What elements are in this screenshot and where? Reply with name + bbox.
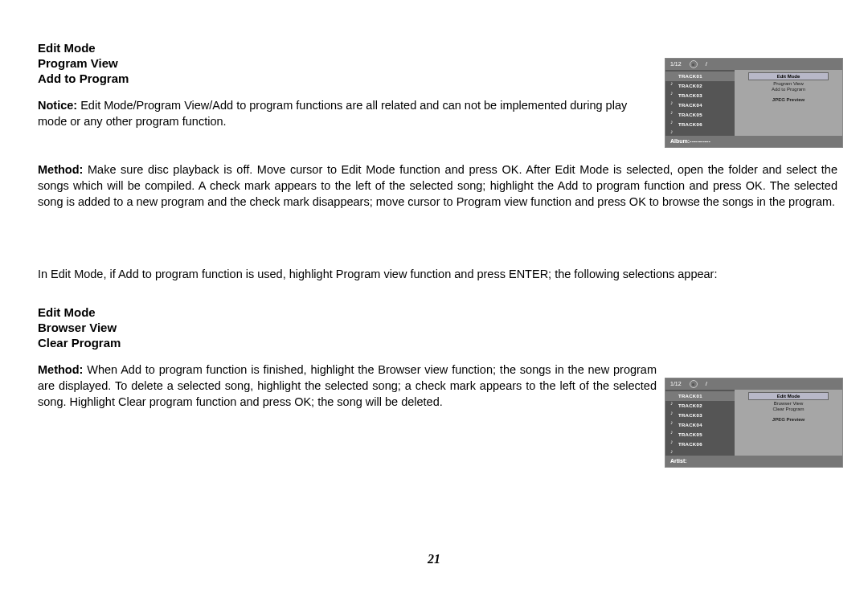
- figure2-footer: Artist:: [665, 456, 842, 467]
- method1-label: Method:: [38, 163, 83, 176]
- music-note-icon: [670, 112, 676, 118]
- figure1-footer: Album:-----------: [665, 136, 842, 147]
- menu-program-view: Program View: [773, 81, 804, 86]
- music-note-icon: [670, 84, 676, 89]
- notice-text: Edit Mode/Program View/Add to program fu…: [38, 99, 627, 128]
- list-item: TRACK06: [665, 120, 735, 129]
- heading-clear-program: Clear Program: [38, 335, 837, 350]
- menu-browser-view: Browser View: [774, 401, 804, 406]
- figure1-track-list: TRACK01 TRACK02 TRACK03 TRACK04 TRACK05 …: [665, 70, 735, 136]
- slash-icon: /: [706, 59, 707, 70]
- music-note-icon: [670, 394, 676, 399]
- list-item: TRACK02: [665, 401, 735, 411]
- method1-text: Make sure disc playback is off. Move cur…: [38, 163, 837, 208]
- music-note-icon: [670, 432, 676, 438]
- music-note-icon: [670, 93, 676, 99]
- menu-clear-program: Clear Program: [772, 407, 804, 411]
- music-note-icon: [670, 403, 676, 409]
- list-item: TRACK02: [665, 81, 735, 91]
- list-item: TRACK04: [665, 100, 735, 110]
- music-note-icon: [670, 413, 676, 419]
- menu-edit-mode: Edit Mode: [748, 392, 829, 400]
- list-item: TRACK01: [665, 72, 735, 81]
- figure1-menu: Edit Mode Program View Add to Program JP…: [735, 70, 842, 136]
- music-note-icon: [670, 122, 676, 128]
- figure-browser-view: 1/12 / TRACK01 TRACK02 TRACK03 TRACK04 T…: [665, 378, 843, 468]
- method1-paragraph: Method: Make sure disc playback is off. …: [38, 162, 837, 210]
- notice-paragraph: Notice: Edit Mode/Program View/Add to pr…: [38, 97, 649, 129]
- method2-paragraph: Method: When Add to program function is …: [38, 362, 657, 410]
- list-item: TRACK06: [665, 440, 735, 449]
- list-item: TRACK01: [665, 391, 735, 401]
- figure2-header: 1/12 /: [665, 378, 842, 390]
- heading-edit-mode-2: Edit Mode: [38, 305, 837, 320]
- list-item: TRACK05: [665, 430, 735, 440]
- section2-headings: Edit Mode Browser View Clear Program: [38, 305, 837, 350]
- figure2-menu: Edit Mode Browser View Clear Program JPE…: [735, 390, 842, 456]
- figure1-counter: 1/12: [670, 59, 682, 70]
- mid-paragraph: In Edit Mode, if Add to program function…: [38, 266, 837, 282]
- figure2-track-list: TRACK01 TRACK02 TRACK03 TRACK04 TRACK05 …: [665, 390, 735, 456]
- disc-icon: [690, 380, 698, 388]
- jpeg-preview-label: JPEG Preview: [772, 97, 805, 102]
- page-number: 21: [0, 552, 868, 566]
- music-note-icon: [670, 423, 676, 428]
- method2-text: When Add to program function is finished…: [38, 363, 657, 408]
- list-item: TRACK03: [665, 411, 735, 420]
- menu-edit-mode: Edit Mode: [748, 72, 829, 80]
- menu-add-to-program: Add to Program: [772, 87, 805, 92]
- heading-browser-view: Browser View: [38, 320, 837, 335]
- figure-program-view: 1/12 / TRACK01 TRACK02 TRACK03 TRACK04 T…: [665, 58, 843, 148]
- figure1-header: 1/12 /: [665, 59, 842, 70]
- list-item: TRACK05: [665, 110, 735, 120]
- heading-edit-mode: Edit Mode: [38, 40, 837, 55]
- list-item: TRACK04: [665, 420, 735, 430]
- method2-label: Method:: [38, 363, 83, 376]
- music-note-icon: [670, 103, 676, 108]
- music-note-icon: [670, 74, 676, 80]
- slash-icon: /: [706, 378, 707, 390]
- music-note-icon: [670, 442, 676, 448]
- jpeg-preview-label: JPEG Preview: [772, 417, 805, 422]
- notice-label: Notice:: [38, 99, 77, 112]
- figure2-counter: 1/12: [670, 378, 682, 390]
- disc-icon: [690, 60, 698, 68]
- list-item: TRACK03: [665, 91, 735, 100]
